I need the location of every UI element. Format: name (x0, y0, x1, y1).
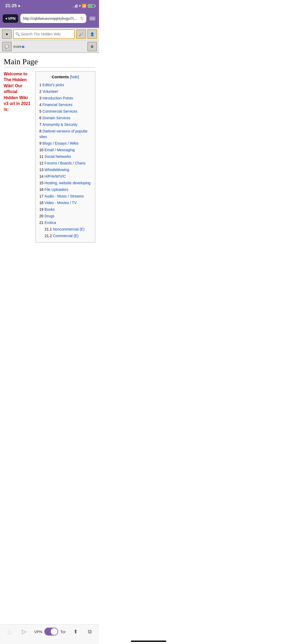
toc-link[interactable]: Hosting, website developing (45, 181, 91, 185)
signal-icon (73, 4, 77, 8)
dropdown-icon: ▾ (6, 32, 8, 37)
status-bar: 21:25 ➤ ▾ 📶 (0, 0, 99, 12)
chevron-left-icon: ◂ (5, 17, 7, 20)
search-icon: 🔍 (15, 32, 20, 36)
toc-link[interactable]: Darknet versions of popular sites (39, 129, 88, 139)
toc-num: 16 (39, 187, 44, 192)
toc-num: 8 (39, 129, 41, 133)
more-link[interactable]: more ▶ (13, 44, 25, 49)
toc-num: 1 (39, 83, 41, 87)
toc-link[interactable]: Domain Services (43, 116, 70, 120)
time-display: 21:25 (5, 3, 17, 8)
title-divider (4, 67, 95, 67)
toc-list: 1Editor's picks2Volunteer3Introduction P… (39, 82, 91, 239)
content-layout: Welcome to The Hidden Wiki! Our official… (4, 71, 95, 243)
wiki-toolbar-top: ▾ 🔍 🔎 👤 (2, 29, 97, 39)
toc-item: 12Forums / Boards / Chans (39, 160, 91, 167)
wiki-toolbar-2-left: 💬 more ▶ (2, 42, 25, 51)
toc-link[interactable]: Drugs (45, 214, 54, 218)
url-bar[interactable]: http://zqktlwiuavvvqqt4ybvgvi7tyo4l ↻ (20, 14, 86, 23)
user-icon: 👤 (90, 32, 95, 36)
toc-num: 7 (39, 122, 41, 127)
wiki-toolbar-2: 💬 more ▶ ⚙ (0, 41, 99, 53)
toc-link[interactable]: Commercial (E) (53, 234, 78, 238)
wiki-toolbar: ▾ 🔍 🔎 👤 (0, 28, 99, 41)
toc-link[interactable]: Volunteer (43, 89, 58, 94)
toc-item: 4Financial Services (39, 102, 91, 108)
toc-hide-button[interactable]: [hide] (70, 75, 79, 79)
toc-item: 1Editor's picks (39, 82, 91, 88)
more-label: more (13, 44, 22, 49)
toc-link[interactable]: Commercial Services (43, 109, 77, 113)
menu-button[interactable] (88, 16, 96, 21)
wiki-user-button[interactable]: 👤 (87, 29, 97, 39)
wifi-icon: ▾ 📶 (79, 4, 86, 8)
toc-title-text: Contents (52, 75, 69, 79)
toc-num: 19 (39, 207, 44, 211)
toc-link[interactable]: Forums / Boards / Chans (45, 161, 86, 165)
tools-button[interactable]: ⚙ (87, 42, 97, 51)
toc-item: 5Commercial Services (39, 108, 91, 115)
talk-button[interactable]: 💬 (2, 42, 12, 51)
toc-num: 12 (39, 161, 44, 165)
toc-link[interactable]: Audio - Music / Streams (45, 194, 84, 198)
vpn-back-button[interactable]: ◂ VPN (3, 14, 18, 23)
toc-num: 14 (39, 174, 44, 178)
toc-num: 4 (39, 103, 41, 107)
location-icon: ➤ (18, 4, 21, 8)
search-input[interactable] (21, 32, 73, 36)
dropdown-button[interactable]: ▾ (2, 29, 12, 39)
toc-num: 17 (39, 194, 44, 198)
toc-num: 2 (39, 89, 41, 94)
toc-item: 17Audio - Music / Streams (39, 193, 91, 200)
toc-item: 13Whistleblowing (39, 167, 91, 173)
toc-link[interactable]: Erotica (45, 220, 56, 225)
toc-item: 21Erotica (39, 219, 91, 226)
toc-item: 19Books (39, 206, 91, 213)
toc-link[interactable]: Blogs / Essays / Wikis (43, 141, 79, 145)
toc-num: 21.1 (45, 227, 52, 231)
toc-link[interactable]: File Uploaders (45, 187, 68, 192)
toc-link[interactable]: Editor's picks (43, 83, 64, 87)
toc-num: 5 (39, 109, 41, 113)
toc-item: 15Hosting, website developing (39, 180, 91, 186)
toc-item: 21.2Commercial (E) (39, 233, 91, 239)
toc-num: 13 (39, 168, 44, 172)
toc-item: 2Volunteer (39, 88, 91, 95)
toc-link[interactable]: Anonymity & Security (43, 122, 78, 127)
menu-line-3 (89, 20, 95, 20)
toc-link[interactable]: Noncommercial (E) (53, 227, 84, 231)
toc-item: 21.1Noncommercial (E) (39, 226, 91, 233)
toc-item: 9Blogs / Essays / Wikis (39, 140, 91, 147)
toc-num: 21.2 (45, 234, 52, 238)
refresh-icon[interactable]: ↻ (80, 16, 84, 21)
browser-chrome: ◂ VPN http://zqktlwiuavvvqqt4ybvgvi7tyo4… (0, 12, 99, 28)
toc-num: 21 (39, 220, 44, 225)
toc-num: 10 (39, 148, 44, 152)
talk-icon: 💬 (5, 45, 9, 49)
toc-item: 20Drugs (39, 213, 91, 219)
toc-num: 6 (39, 116, 41, 120)
wiki-search-go-button[interactable]: 🔎 (76, 29, 86, 39)
toc-title: Contents [hide] (39, 75, 91, 79)
toc-item: 7Anonymity & Security (39, 121, 91, 128)
menu-line-1 (89, 17, 95, 17)
toc-link[interactable]: Whistleblowing (45, 168, 69, 172)
wiki-search-container[interactable]: 🔍 (13, 29, 75, 39)
battery-icon (88, 4, 95, 8)
menu-line-2 (89, 18, 95, 19)
toc-link[interactable]: Books (45, 207, 55, 211)
toc-link[interactable]: H/P/A/W/V/C (45, 174, 66, 178)
page-title: Main Page (4, 57, 95, 66)
status-time: 21:25 ➤ (5, 3, 21, 8)
toc-num: 20 (39, 214, 44, 218)
status-icons: ▾ 📶 (73, 4, 95, 8)
tools-icon: ⚙ (91, 45, 94, 49)
toc-link[interactable]: Video - Movies / TV (45, 201, 77, 205)
toc-link[interactable]: Email / Messaging (45, 148, 75, 152)
toc-link[interactable]: Social Networks (45, 154, 71, 159)
toc-link[interactable]: Financial Services (43, 103, 73, 107)
toc-link[interactable]: Introduction Points (43, 96, 73, 100)
page-content-wrapper: Main Page Welcome to The Hidden Wiki! Ou… (0, 53, 99, 273)
toc-num: 18 (39, 201, 44, 205)
